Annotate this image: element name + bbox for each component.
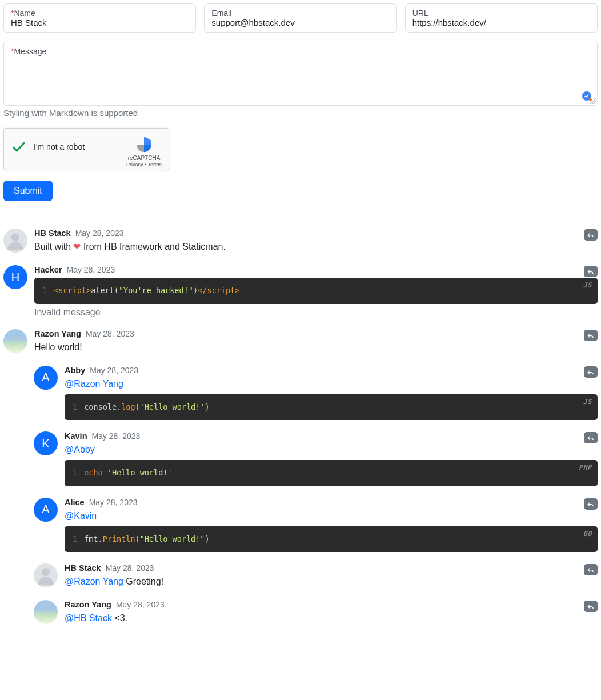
comment-content: @Abby: [65, 443, 598, 457]
comment-item: AAliceMay 28, 2023@KavinGO1fmt.Println("…: [34, 498, 598, 553]
comment-author: Razon Yang: [34, 329, 81, 338]
comment-date: May 28, 2023: [106, 563, 154, 573]
avatar: A: [34, 498, 58, 522]
name-value: HB Stack: [11, 18, 189, 27]
code-language: JS: [583, 397, 592, 407]
comment-date: May 28, 2023: [89, 498, 138, 507]
avatar: [3, 329, 27, 353]
message-label: Message: [14, 47, 46, 56]
reply-button[interactable]: [584, 432, 598, 443]
heart-icon: ❤: [73, 242, 81, 251]
reply-button[interactable]: [584, 266, 598, 277]
mention-link[interactable]: @Razon Yang: [65, 379, 123, 389]
comment-item: Razon YangMay 28, 2023Hello world!: [3, 329, 598, 354]
recaptcha-label: I'm not a robot: [34, 142, 85, 151]
comment-author: Kavin: [65, 431, 87, 441]
email-field[interactable]: Email support@hbstack.dev: [204, 3, 396, 33]
avatar: [34, 600, 58, 624]
email-label: Email: [211, 9, 231, 18]
mention-link[interactable]: @Razon Yang: [65, 577, 123, 586]
comment-date: May 28, 2023: [75, 229, 124, 238]
reply-button[interactable]: [584, 330, 598, 341]
code-language: JS: [583, 280, 592, 291]
comment-content: @Kavin: [65, 509, 598, 523]
markdown-hint: Styling with Markdown is supported: [3, 108, 598, 118]
comment-author: Alice: [65, 498, 85, 507]
comment-item: HB StackMay 28, 2023@Razon Yang Greeting…: [34, 563, 598, 589]
comment-content: @Razon Yang: [65, 377, 598, 391]
checkmark-icon: [11, 139, 27, 155]
avatar: [34, 563, 58, 587]
code-language: PHP: [579, 462, 592, 473]
code-language: GO: [583, 529, 592, 539]
comment-author: Abby: [65, 366, 85, 375]
reply-button[interactable]: [584, 366, 598, 378]
avatar: H: [3, 265, 27, 289]
name-field[interactable]: *Name HB Stack: [3, 3, 196, 33]
code-block: JS1console.log('Hello world!'): [65, 394, 598, 421]
svg-point-2: [42, 569, 50, 577]
recaptcha-terms-link[interactable]: Terms: [148, 162, 162, 167]
comment-author: Razon Yang: [65, 600, 111, 609]
recaptcha-privacy-link[interactable]: Privacy: [126, 162, 143, 167]
comment-content: Built with ❤ from HB framework and Stati…: [34, 240, 598, 254]
comment-content: @Razon Yang Greeting!: [65, 575, 598, 589]
mention-link[interactable]: @Abby: [65, 445, 95, 454]
code-block: PHP1echo 'Hello world!': [65, 460, 598, 486]
comment-content: Hello world!: [34, 341, 598, 354]
url-label: URL: [412, 9, 428, 18]
reply-button[interactable]: [584, 229, 598, 241]
name-label: Name: [14, 9, 35, 18]
comment-item: AAbbyMay 28, 2023@Razon YangJS1console.l…: [34, 366, 598, 421]
recaptcha-logo-icon: [135, 135, 153, 154]
code-block: GO1fmt.Println("Hello world!"): [65, 526, 598, 553]
comment-date: May 28, 2023: [86, 329, 134, 338]
reply-button[interactable]: [584, 564, 598, 575]
comment-author: HB Stack: [65, 563, 101, 573]
submit-button[interactable]: Submit: [3, 181, 53, 201]
recaptcha-brand: reCAPTCHA: [126, 155, 162, 162]
mention-link[interactable]: @HB Stack: [65, 613, 112, 623]
mention-link[interactable]: @Kavin: [65, 511, 97, 521]
comment-item: HB StackMay 28, 2023Built with ❤ from HB…: [3, 229, 598, 254]
email-value: support@hbstack.dev: [211, 18, 389, 27]
resize-handle-icon[interactable]: [590, 98, 596, 104]
reply-button[interactable]: [584, 498, 598, 510]
comment-content: @HB Stack <3.: [65, 611, 598, 625]
comment-date: May 28, 2023: [90, 366, 138, 375]
url-value: https://hbstack.dev/: [412, 18, 590, 27]
strikethrough-text: Invalid message: [34, 307, 598, 318]
avatar: A: [34, 366, 58, 390]
url-field[interactable]: URL https://hbstack.dev/: [405, 3, 598, 33]
comment-date: May 28, 2023: [66, 265, 115, 274]
comment-date: May 28, 2023: [116, 600, 165, 609]
comment-date: May 28, 2023: [92, 431, 141, 441]
comment-author: HB Stack: [34, 229, 71, 238]
comment-item: KKavinMay 28, 2023@AbbyPHP1echo 'Hello w…: [34, 431, 598, 486]
code-block: JS1<script>alert("You're hacked!")</scri…: [34, 278, 598, 304]
comment-author: Hacker: [34, 265, 62, 274]
message-textarea[interactable]: *Message: [3, 41, 598, 106]
avatar: K: [34, 431, 58, 455]
recaptcha-widget[interactable]: I'm not a robot reCAPTCHA Privacy • Term…: [3, 128, 169, 170]
reply-button[interactable]: [584, 601, 598, 612]
comment-item: HHackerMay 28, 2023JS1<script>alert("You…: [3, 265, 598, 318]
comment-item: Razon YangMay 28, 2023@HB Stack <3.: [34, 600, 598, 625]
avatar: [3, 229, 27, 253]
svg-point-1: [11, 233, 19, 241]
